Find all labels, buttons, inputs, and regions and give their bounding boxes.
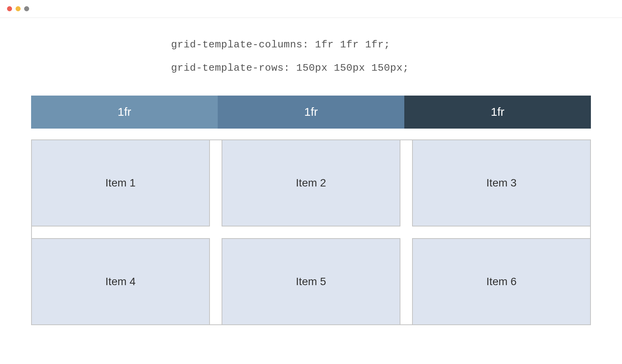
maximize-icon[interactable] xyxy=(24,6,29,11)
grid-item-5: Item 5 xyxy=(222,239,400,324)
grid-item-2: Item 2 xyxy=(222,140,400,226)
close-icon[interactable] xyxy=(7,6,12,11)
column-header-2: 1fr xyxy=(218,96,404,129)
grid-item-3: Item 3 xyxy=(413,140,590,226)
code-line-2: grid-template-rows: 150px 150px 150px; xyxy=(171,57,591,80)
code-line-1: grid-template-columns: 1fr 1fr 1fr; xyxy=(171,33,591,57)
main-content: grid-template-columns: 1fr 1fr 1fr; grid… xyxy=(0,18,622,325)
window-controls xyxy=(0,0,622,18)
grid-item-6: Item 6 xyxy=(413,239,590,324)
grid-item-4: Item 4 xyxy=(32,239,209,324)
grid-demo: Item 1 Item 2 Item 3 Item 4 Item 5 Item … xyxy=(31,139,591,325)
css-code-block: grid-template-columns: 1fr 1fr 1fr; grid… xyxy=(171,33,591,80)
column-header-1: 1fr xyxy=(31,96,218,129)
column-header-row: 1fr 1fr 1fr xyxy=(31,96,591,129)
minimize-icon[interactable] xyxy=(16,6,21,11)
grid-item-1: Item 1 xyxy=(32,140,209,226)
column-header-3: 1fr xyxy=(404,96,591,129)
